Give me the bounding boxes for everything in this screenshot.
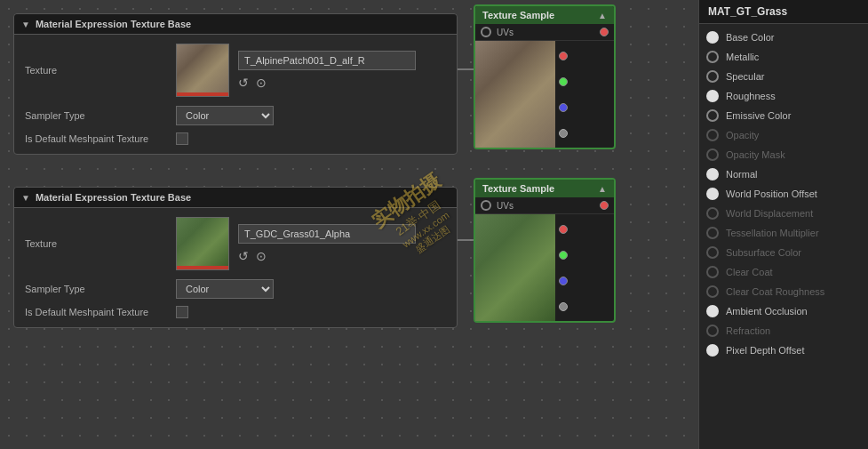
ts-out-red-2[interactable] xyxy=(559,225,568,234)
uvs-label-2: UVs xyxy=(497,201,514,211)
uvs-out-pin-1[interactable] xyxy=(600,28,609,36)
ts-out-alpha-2[interactable] xyxy=(559,302,568,311)
ts-out-green-1[interactable] xyxy=(559,77,568,86)
ts-out-blue-1[interactable] xyxy=(559,103,568,112)
sampler-label-2: Sampler Type xyxy=(25,284,167,294)
prop-label-1: Metallic xyxy=(726,52,759,62)
prop-item-normal[interactable]: Normal xyxy=(699,164,868,184)
texture-thumb-1[interactable] xyxy=(176,44,229,97)
ts-node-1-header: Texture Sample ▲ xyxy=(475,6,614,24)
texture-icons-2: ↺ ⊙ xyxy=(238,249,416,263)
prop-label-7: Normal xyxy=(726,169,757,180)
prop-label-3: Roughness xyxy=(726,91,776,101)
prop-item-base-color[interactable]: Base Color xyxy=(699,28,868,47)
uvs-pin-2[interactable] xyxy=(481,200,491,211)
panel-1-collapse-icon[interactable]: ▼ xyxy=(21,20,30,29)
prop-circle-11 xyxy=(706,246,719,259)
ts-pin-r-1 xyxy=(559,77,568,86)
prop-label-15: Refraction xyxy=(726,325,770,336)
default-mesh-checkbox-1[interactable] xyxy=(176,132,188,145)
ts-node-2-body xyxy=(475,214,614,321)
texture-field-2: Texture ↺ ⊙ xyxy=(25,217,446,270)
texture-name-input-1[interactable] xyxy=(238,51,416,70)
property-list: Base ColorMetallicSpecularRoughnessEmiss… xyxy=(699,24,868,364)
prop-item-emissive-color[interactable]: Emissive Color xyxy=(699,106,868,125)
prop-item-metallic[interactable]: Metallic xyxy=(699,47,868,67)
sampler-row-2: Sampler Type Color Linear Color Normal xyxy=(25,279,446,299)
prop-circle-9 xyxy=(706,207,719,220)
ts-node-1-uvs: UVs xyxy=(475,24,614,41)
browse-icon-2[interactable]: ⊙ xyxy=(256,249,267,263)
mat-expression-panel-1: ▼ Material Expression Texture Base Textu… xyxy=(13,13,458,155)
prop-label-8: World Position Offset xyxy=(726,188,817,199)
panel-1-title: Material Expression Texture Base xyxy=(36,19,191,29)
ts-out-blue-2[interactable] xyxy=(559,277,568,285)
uvs-pin-1[interactable] xyxy=(481,27,491,37)
uvs-label-1: UVs xyxy=(497,28,514,37)
prop-item-subsurface-color[interactable]: Subsurface Color xyxy=(699,243,868,262)
texture-thumb-2[interactable] xyxy=(176,217,229,270)
texture-input-group-1: ↺ ⊙ xyxy=(238,51,416,90)
texture-name-input-2[interactable] xyxy=(238,224,416,244)
prop-item-specular[interactable]: Specular xyxy=(699,67,868,86)
texture-label-1: Texture xyxy=(25,65,167,76)
prop-label-12: Clear Coat xyxy=(726,267,773,277)
prop-label-5: Opacity xyxy=(726,130,759,140)
prop-label-6: Opacity Mask xyxy=(726,149,785,160)
prop-circle-5 xyxy=(706,129,719,141)
ts-node-2-title: Texture Sample xyxy=(482,183,554,194)
ts-out-red-1[interactable] xyxy=(559,52,568,60)
ts-node-1-expand-icon[interactable]: ▲ xyxy=(598,11,607,20)
prop-label-14: Ambient Occlusion xyxy=(726,306,808,317)
ts-node-2-expand-icon[interactable]: ▲ xyxy=(598,184,607,194)
reset-icon-1[interactable]: ↺ xyxy=(238,76,249,90)
prop-circle-15 xyxy=(706,325,719,337)
texture-input-group-2: ↺ ⊙ xyxy=(238,224,416,263)
sampler-select-1[interactable]: Color Linear Color Normal xyxy=(176,106,274,125)
prop-item-refraction[interactable]: Refraction xyxy=(699,321,868,341)
prop-item-ambient-occlusion[interactable]: Ambient Occlusion xyxy=(699,301,868,321)
prop-circle-14 xyxy=(706,305,719,317)
prop-item-clear-coat-roughness[interactable]: Clear Coat Roughness xyxy=(699,282,868,301)
right-panel-title: MAT_GT_Grass xyxy=(699,0,868,24)
panel-2-collapse-icon[interactable]: ▼ xyxy=(21,193,30,203)
prop-item-world-displacement[interactable]: World Displacement xyxy=(699,204,868,223)
prop-circle-10 xyxy=(706,227,719,239)
sampler-select-2[interactable]: Color Linear Color Normal xyxy=(176,279,274,299)
ts-pins-1 xyxy=(555,41,571,148)
texture-field-1: Texture ↺ ⊙ xyxy=(25,44,446,97)
prop-label-9: World Displacement xyxy=(726,208,813,219)
mat-expression-panel-2: ▼ Material Expression Texture Base Textu… xyxy=(13,187,458,328)
prop-label-4: Emissive Color xyxy=(726,110,791,121)
reset-icon-2[interactable]: ↺ xyxy=(238,249,249,263)
prop-circle-4 xyxy=(706,109,719,122)
texture-icons-1: ↺ ⊙ xyxy=(238,76,416,90)
ts-out-alpha-1[interactable] xyxy=(559,129,568,138)
ts-node-2-header: Texture Sample ▲ xyxy=(475,180,614,197)
prop-circle-1 xyxy=(706,51,719,63)
ts-pin-g-1 xyxy=(559,103,568,112)
default-mesh-label-2: Is Default Meshpaint Texture xyxy=(25,307,167,317)
prop-circle-6 xyxy=(706,148,719,161)
default-mesh-label-1: Is Default Meshpaint Texture xyxy=(25,133,167,144)
sampler-label-1: Sampler Type xyxy=(25,110,167,121)
prop-item-clear-coat[interactable]: Clear Coat xyxy=(699,262,868,282)
checkbox-row-2: Is Default Meshpaint Texture xyxy=(25,306,446,318)
ts-node-1-title: Texture Sample xyxy=(482,10,554,20)
sampler-row-1: Sampler Type Color Linear Color Normal xyxy=(25,106,446,125)
ts-out-green-2[interactable] xyxy=(559,251,568,260)
prop-item-opacity[interactable]: Opacity xyxy=(699,125,868,145)
ts-node-1-body xyxy=(475,41,614,148)
prop-label-2: Specular xyxy=(726,71,764,82)
prop-circle-8 xyxy=(706,188,719,200)
prop-item-tessellation-multiplier[interactable]: Tessellation Multiplier xyxy=(699,223,868,243)
texture-sample-node-1: Texture Sample ▲ UVs xyxy=(474,4,616,149)
default-mesh-checkbox-2[interactable] xyxy=(176,306,188,318)
prop-item-pixel-depth-offset[interactable]: Pixel Depth Offset xyxy=(699,341,868,360)
prop-item-opacity-mask[interactable]: Opacity Mask xyxy=(699,145,868,164)
browse-icon-1[interactable]: ⊙ xyxy=(256,76,267,90)
uvs-out-pin-2[interactable] xyxy=(600,201,609,210)
prop-item-roughness[interactable]: Roughness xyxy=(699,86,868,106)
prop-item-world-position-offset[interactable]: World Position Offset xyxy=(699,184,868,204)
ts-pin-r-2 xyxy=(559,251,568,260)
